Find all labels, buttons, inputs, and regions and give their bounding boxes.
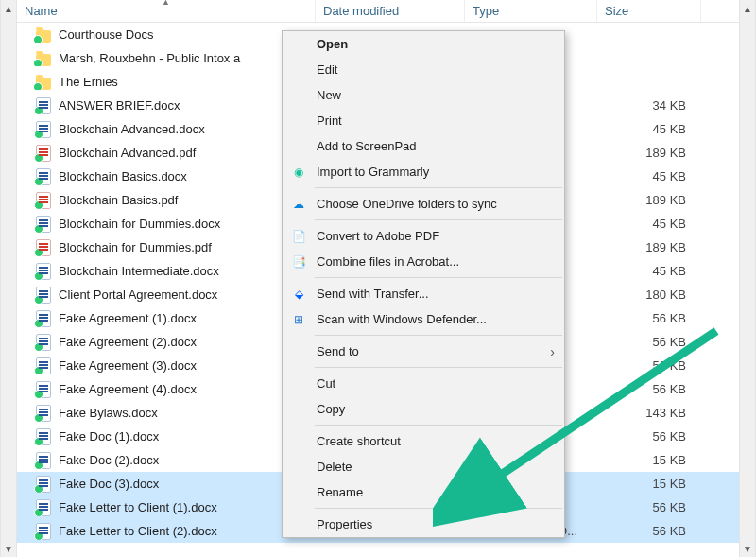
word-file-icon	[36, 452, 51, 469]
word-file-icon	[36, 523, 51, 540]
sync-badge-icon	[34, 295, 43, 304]
scroll-up-icon[interactable]: ▲	[740, 0, 755, 17]
scroll-down-icon[interactable]: ▼	[1, 540, 16, 557]
sync-badge-icon	[34, 248, 43, 256]
file-size-cell: 189 KB	[597, 240, 701, 254]
folder-icon	[36, 30, 51, 43]
file-name-label: Client Portal Agreement.docx	[59, 287, 217, 302]
menu-item-scan-with-windows-defender[interactable]: ⊞Scan with Windows Defender...	[283, 306, 564, 332]
file-name-cell: Fake Agreement (3).docx	[17, 357, 316, 374]
menu-item-new[interactable]: New	[283, 82, 564, 108]
file-size-cell: 143 KB	[597, 406, 701, 420]
word-file-icon	[36, 357, 51, 374]
file-name-cell: Fake Bylaws.docx	[17, 405, 316, 422]
scroll-up-icon[interactable]: ▲	[1, 0, 16, 17]
menu-item-label: Convert to Adobe PDF	[317, 229, 439, 243]
menu-item-print[interactable]: Print	[283, 108, 564, 133]
sync-badge-icon	[34, 224, 43, 233]
file-name-cell: ANSWER BRIEF.docx	[17, 97, 316, 114]
file-size-cell: 15 KB	[597, 477, 701, 491]
column-header-date[interactable]: Date modified	[316, 0, 465, 22]
sync-badge-icon	[34, 177, 43, 185]
folder-icon	[36, 54, 51, 66]
word-file-icon	[36, 121, 51, 138]
scroll-down-icon[interactable]: ▼	[740, 540, 755, 557]
sort-indicator-icon: ▲	[162, 0, 170, 7]
menu-item-rename[interactable]: Rename	[283, 479, 564, 505]
word-file-icon	[36, 499, 51, 516]
chevron-right-icon: ›	[550, 344, 555, 359]
file-size-cell: 45 KB	[597, 217, 701, 231]
menu-item-cut[interactable]: Cut	[283, 371, 564, 396]
column-header-name[interactable]: ▲ Name	[17, 0, 316, 22]
sync-badge-icon	[34, 484, 43, 493]
menu-item-edit[interactable]: Edit	[283, 57, 564, 82]
column-header-type[interactable]: Type	[465, 0, 597, 22]
menu-item-convert-to-adobe-pdf[interactable]: 📄Convert to Adobe PDF	[283, 223, 564, 249]
file-name-cell: Blockchain for Dummies.docx	[17, 216, 316, 233]
menu-item-create-shortcut[interactable]: Create shortcut	[283, 428, 564, 454]
file-name-cell: Blockchain Basics.pdf	[17, 192, 316, 209]
sync-badge-icon	[34, 461, 43, 469]
word-file-icon	[36, 405, 51, 422]
file-name-label: Blockchain Basics.docx	[59, 169, 187, 183]
file-size-cell: 56 KB	[597, 524, 701, 538]
file-name-label: Fake Letter to Client (1).docx	[59, 500, 217, 514]
menu-item-open[interactable]: Open	[283, 31, 564, 57]
file-size-cell: 56 KB	[597, 500, 701, 514]
file-name-label: Blockchain Advanced.docx	[59, 122, 205, 136]
column-header-row: ▲ Name Date modified Type Size	[17, 0, 739, 23]
sync-badge-icon	[34, 130, 43, 138]
menu-item-choose-onedrive-folders-to-sync[interactable]: ☁Choose OneDrive folders to sync	[283, 191, 564, 217]
pdf-file-icon	[36, 192, 51, 209]
file-name-cell: Blockchain Intermediate.docx	[17, 263, 316, 280]
word-file-icon	[36, 216, 51, 233]
folder-icon	[36, 78, 51, 90]
file-size-cell: 56 KB	[597, 429, 701, 444]
menu-separator	[315, 508, 562, 509]
file-name-label: Courthouse Docs	[59, 27, 153, 42]
menu-item-send-to[interactable]: Send to›	[283, 339, 564, 364]
file-name-label: Fake Doc (3).docx	[59, 477, 159, 491]
file-name-cell: The Ernies	[17, 74, 316, 90]
file-name-label: Fake Agreement (2).docx	[59, 335, 197, 349]
menu-item-combine-files-in-acrobat[interactable]: 📑Combine files in Acrobat...	[283, 249, 564, 274]
sync-badge-icon	[34, 271, 43, 280]
menu-item-label: Choose OneDrive folders to sync	[317, 197, 497, 211]
menu-item-import-to-grammarly[interactable]: ◉Import to Grammarly	[283, 159, 564, 184]
menu-item-label: Combine files in Acrobat...	[317, 254, 459, 269]
sync-badge-icon	[34, 153, 43, 162]
file-name-cell: Fake Doc (2).docx	[17, 452, 316, 469]
file-name-label: Fake Agreement (4).docx	[59, 382, 197, 396]
file-size-cell: 56 KB	[597, 382, 701, 396]
menu-item-add-to-screenpad[interactable]: Add to ScreenPad	[283, 133, 564, 159]
menu-item-label: Send to	[317, 344, 359, 358]
file-name-cell: Fake Doc (3).docx	[17, 476, 316, 493]
menu-item-label: Scan with Windows Defender...	[317, 312, 487, 326]
file-name-label: Fake Bylaws.docx	[59, 406, 158, 420]
menu-item-send-with-transfer[interactable]: ⬙Send with Transfer...	[283, 281, 564, 306]
word-file-icon	[36, 97, 51, 114]
scrollbar-left[interactable]: ▲ ▼	[0, 0, 17, 557]
file-name-label: Blockchain Intermediate.docx	[59, 264, 219, 278]
menu-item-label: Edit	[317, 62, 337, 77]
menu-item-copy[interactable]: Copy	[283, 396, 564, 422]
column-header-size[interactable]: Size	[597, 0, 701, 22]
sync-badge-icon	[34, 200, 43, 209]
file-name-label: Fake Doc (1).docx	[59, 429, 159, 444]
defender-icon: ⊞	[291, 312, 306, 327]
menu-separator	[315, 335, 562, 336]
file-size-cell: 56 KB	[597, 311, 701, 325]
file-name-cell: Fake Letter to Client (2).docx	[17, 523, 316, 540]
menu-item-properties[interactable]: Properties	[283, 512, 564, 537]
menu-separator	[315, 367, 562, 368]
file-name-cell: Fake Agreement (1).docx	[17, 310, 316, 327]
sync-badge-icon	[34, 531, 43, 540]
word-file-icon	[36, 334, 51, 351]
menu-item-delete[interactable]: Delete	[283, 454, 564, 479]
scrollbar-right[interactable]: ▲ ▼	[739, 0, 756, 557]
context-menu: OpenEditNewPrintAdd to ScreenPad◉Import …	[282, 30, 565, 538]
file-name-label: Blockchain Basics.pdf	[59, 193, 178, 207]
grammarly-icon: ◉	[291, 165, 306, 180]
menu-item-label: Copy	[317, 402, 345, 416]
